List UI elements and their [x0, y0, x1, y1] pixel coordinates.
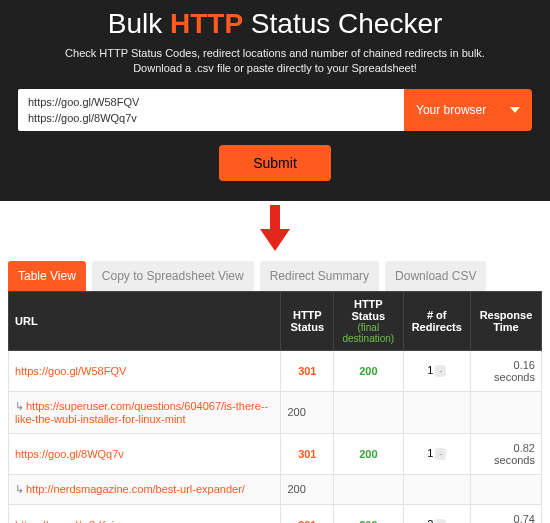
url-link[interactable]: https://goo.gl/8WQq7v	[15, 448, 124, 460]
arrow-down-icon	[258, 205, 292, 251]
tab-copy-spreadsheet[interactable]: Copy to Spreadsheet View	[92, 261, 254, 291]
cell-response-time: 0.82 seconds	[470, 433, 541, 474]
cell-response-time	[470, 474, 541, 504]
col-status-final: HTTP Status (final destination)	[334, 291, 403, 350]
cell-status-final: 200	[334, 504, 403, 523]
cell-response-time: 0.74 seconds	[470, 504, 541, 523]
cell-status-final: 200	[334, 433, 403, 474]
cell-status: 301	[281, 504, 334, 523]
col-status: HTTP Status	[281, 291, 334, 350]
cell-redirects: 2-	[403, 504, 470, 523]
cell-url: https://goo.gl/8WQq7v	[9, 433, 281, 474]
url-link[interactable]: https://goo.gl/W58FQV	[15, 365, 126, 377]
indent-icon: ↳	[15, 400, 24, 412]
cell-status: 200	[281, 391, 334, 433]
url-input[interactable]	[18, 89, 404, 131]
submit-button[interactable]: Submit	[219, 145, 331, 181]
title-post: Status Checker	[243, 8, 442, 39]
result-tabs: Table View Copy to Spreadsheet View Redi…	[0, 261, 550, 291]
cell-status-final	[334, 474, 403, 504]
browser-select[interactable]: Your browser	[404, 89, 532, 131]
table-row: https://goo.gl/8WQq7v3012001-0.82 second…	[9, 433, 542, 474]
input-row: Your browser	[18, 89, 532, 131]
cell-status: 200	[281, 474, 334, 504]
tab-table-view[interactable]: Table View	[8, 261, 86, 291]
url-link[interactable]: https://superuser.com/questions/604067/i…	[15, 400, 268, 425]
cell-status-final	[334, 391, 403, 433]
tab-download-csv[interactable]: Download CSV	[385, 261, 486, 291]
cell-url: ↳http://nerdsmagazine.com/best-url-expan…	[9, 474, 281, 504]
cell-status: 301	[281, 350, 334, 391]
hero-section: Bulk HTTP Status Checker Check HTTP Stat…	[0, 0, 550, 201]
cell-url: https://goo.gl/w3rKsj	[9, 504, 281, 523]
col-redirects: # of Redirects	[403, 291, 470, 350]
cell-redirects	[403, 474, 470, 504]
cell-status: 301	[281, 433, 334, 474]
col-response-time: Response Time	[470, 291, 541, 350]
expand-icon[interactable]: -	[435, 519, 446, 523]
chevron-down-icon	[510, 107, 520, 113]
title-pre: Bulk	[108, 8, 170, 39]
page-title: Bulk HTTP Status Checker	[18, 8, 532, 40]
col-url: URL	[9, 291, 281, 350]
cell-response-time	[470, 391, 541, 433]
indent-icon: ↳	[15, 483, 24, 495]
cell-url: https://goo.gl/W58FQV	[9, 350, 281, 391]
cell-redirects: 1-	[403, 433, 470, 474]
cell-response-time: 0.16 seconds	[470, 350, 541, 391]
cell-url: ↳https://superuser.com/questions/604067/…	[9, 391, 281, 433]
browser-select-label: Your browser	[416, 103, 486, 117]
table-row: https://goo.gl/w3rKsj3012002-0.74 second…	[9, 504, 542, 523]
title-accent: HTTP	[170, 8, 243, 39]
cell-status-final: 200	[334, 350, 403, 391]
table-row: https://goo.gl/W58FQV3012001-0.16 second…	[9, 350, 542, 391]
table-row: ↳http://nerdsmagazine.com/best-url-expan…	[9, 474, 542, 504]
table-row: ↳https://superuser.com/questions/604067/…	[9, 391, 542, 433]
arrow-annotation	[0, 201, 550, 261]
url-link[interactable]: http://nerdsmagazine.com/best-url-expand…	[26, 483, 245, 495]
cell-redirects: 1-	[403, 350, 470, 391]
cell-redirects	[403, 391, 470, 433]
expand-icon[interactable]: -	[435, 448, 446, 460]
expand-icon[interactable]: -	[435, 365, 446, 377]
url-link[interactable]: https://goo.gl/w3rKsj	[15, 519, 114, 523]
subtitle: Check HTTP Status Codes, redirect locati…	[65, 46, 485, 77]
results-table: URL HTTP Status HTTP Status (final desti…	[8, 291, 542, 523]
tab-redirect-summary[interactable]: Redirect Summary	[260, 261, 379, 291]
